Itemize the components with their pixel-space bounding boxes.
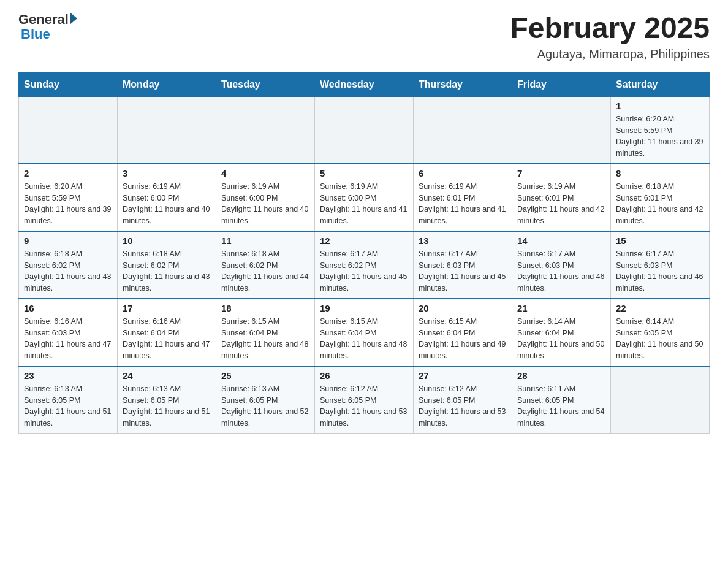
day-number: 25	[221, 370, 309, 381]
calendar-cell: 26Sunrise: 6:12 AMSunset: 6:05 PMDayligh…	[315, 366, 414, 434]
day-number: 2	[24, 168, 112, 178]
calendar-cell: 1Sunrise: 6:20 AMSunset: 5:59 PMDaylight…	[611, 96, 710, 164]
calendar-week-3: 9Sunrise: 6:18 AMSunset: 6:02 PMDaylight…	[19, 231, 710, 299]
day-number: 12	[320, 236, 408, 246]
calendar-week-4: 16Sunrise: 6:16 AMSunset: 6:03 PMDayligh…	[19, 299, 710, 366]
calendar-header-saturday: Saturday	[611, 72, 710, 96]
calendar-header-monday: Monday	[118, 72, 216, 96]
day-info: Sunrise: 6:19 AMSunset: 6:01 PMDaylight:…	[517, 181, 605, 227]
day-number: 22	[616, 303, 704, 313]
calendar-header-friday: Friday	[512, 72, 611, 96]
day-info: Sunrise: 6:19 AMSunset: 6:00 PMDaylight:…	[221, 181, 309, 227]
day-info: Sunrise: 6:18 AMSunset: 6:01 PMDaylight:…	[616, 181, 704, 227]
calendar-cell: 23Sunrise: 6:13 AMSunset: 6:05 PMDayligh…	[19, 366, 118, 434]
calendar-cell: 4Sunrise: 6:19 AMSunset: 6:00 PMDaylight…	[216, 164, 315, 231]
day-number: 28	[517, 370, 605, 381]
day-info: Sunrise: 6:17 AMSunset: 6:03 PMDaylight:…	[419, 248, 507, 294]
calendar-cell: 9Sunrise: 6:18 AMSunset: 6:02 PMDaylight…	[19, 231, 118, 299]
day-number: 21	[517, 303, 605, 313]
calendar-cell	[611, 366, 710, 434]
calendar-header-wednesday: Wednesday	[315, 72, 414, 96]
day-number: 10	[123, 236, 211, 246]
calendar-cell	[19, 96, 118, 164]
calendar-week-2: 2Sunrise: 6:20 AMSunset: 5:59 PMDaylight…	[19, 164, 710, 231]
day-number: 15	[616, 236, 704, 246]
day-number: 18	[221, 303, 309, 313]
day-info: Sunrise: 6:12 AMSunset: 6:05 PMDaylight:…	[320, 383, 408, 429]
day-number: 5	[320, 168, 408, 178]
day-info: Sunrise: 6:20 AMSunset: 5:59 PMDaylight:…	[24, 181, 112, 227]
calendar-cell: 22Sunrise: 6:14 AMSunset: 6:05 PMDayligh…	[611, 299, 710, 366]
day-info: Sunrise: 6:17 AMSunset: 6:03 PMDaylight:…	[517, 248, 605, 294]
title-block: February 2025 Agutaya, Mimaropa, Philipp…	[510, 12, 710, 61]
calendar-cell: 19Sunrise: 6:15 AMSunset: 6:04 PMDayligh…	[315, 299, 414, 366]
day-info: Sunrise: 6:16 AMSunset: 6:04 PMDaylight:…	[123, 316, 211, 362]
calendar-cell: 7Sunrise: 6:19 AMSunset: 6:01 PMDaylight…	[512, 164, 611, 231]
calendar-cell	[512, 96, 611, 164]
calendar-table: SundayMondayTuesdayWednesdayThursdayFrid…	[18, 72, 710, 434]
day-number: 3	[123, 168, 211, 178]
calendar-cell: 25Sunrise: 6:13 AMSunset: 6:05 PMDayligh…	[216, 366, 315, 434]
day-number: 1	[616, 101, 704, 111]
day-info: Sunrise: 6:19 AMSunset: 6:00 PMDaylight:…	[320, 181, 408, 227]
day-info: Sunrise: 6:13 AMSunset: 6:05 PMDaylight:…	[24, 383, 112, 429]
calendar-cell: 28Sunrise: 6:11 AMSunset: 6:05 PMDayligh…	[512, 366, 611, 434]
day-number: 20	[419, 303, 507, 313]
calendar-header-thursday: Thursday	[414, 72, 512, 96]
calendar-cell: 21Sunrise: 6:14 AMSunset: 6:04 PMDayligh…	[512, 299, 611, 366]
calendar-cell	[118, 96, 216, 164]
page-title: February 2025	[510, 12, 710, 45]
calendar-cell	[414, 96, 512, 164]
calendar-cell: 14Sunrise: 6:17 AMSunset: 6:03 PMDayligh…	[512, 231, 611, 299]
calendar-week-1: 1Sunrise: 6:20 AMSunset: 5:59 PMDaylight…	[19, 96, 710, 164]
calendar-week-5: 23Sunrise: 6:13 AMSunset: 6:05 PMDayligh…	[19, 366, 710, 434]
calendar-cell: 20Sunrise: 6:15 AMSunset: 6:04 PMDayligh…	[414, 299, 512, 366]
day-number: 14	[517, 236, 605, 246]
calendar-cell: 11Sunrise: 6:18 AMSunset: 6:02 PMDayligh…	[216, 231, 315, 299]
day-number: 24	[123, 370, 211, 381]
calendar-cell: 6Sunrise: 6:19 AMSunset: 6:01 PMDaylight…	[414, 164, 512, 231]
day-number: 13	[419, 236, 507, 246]
day-info: Sunrise: 6:19 AMSunset: 6:00 PMDaylight:…	[123, 181, 211, 227]
calendar-cell: 18Sunrise: 6:15 AMSunset: 6:04 PMDayligh…	[216, 299, 315, 366]
calendar-cell: 16Sunrise: 6:16 AMSunset: 6:03 PMDayligh…	[19, 299, 118, 366]
day-number: 8	[616, 168, 704, 178]
calendar-cell: 3Sunrise: 6:19 AMSunset: 6:00 PMDaylight…	[118, 164, 216, 231]
day-info: Sunrise: 6:17 AMSunset: 6:02 PMDaylight:…	[320, 248, 408, 294]
calendar-cell: 2Sunrise: 6:20 AMSunset: 5:59 PMDaylight…	[19, 164, 118, 231]
day-info: Sunrise: 6:15 AMSunset: 6:04 PMDaylight:…	[419, 316, 507, 362]
page-header: General Blue February 2025 Agutaya, Mima…	[18, 12, 710, 61]
calendar-header-sunday: Sunday	[19, 72, 118, 96]
day-number: 9	[24, 236, 112, 246]
calendar-cell: 27Sunrise: 6:12 AMSunset: 6:05 PMDayligh…	[414, 366, 512, 434]
day-info: Sunrise: 6:13 AMSunset: 6:05 PMDaylight:…	[221, 383, 309, 429]
calendar-cell: 12Sunrise: 6:17 AMSunset: 6:02 PMDayligh…	[315, 231, 414, 299]
day-number: 11	[221, 236, 309, 246]
day-info: Sunrise: 6:18 AMSunset: 6:02 PMDaylight:…	[221, 248, 309, 294]
day-number: 27	[419, 370, 507, 381]
day-number: 16	[24, 303, 112, 313]
day-info: Sunrise: 6:18 AMSunset: 6:02 PMDaylight:…	[24, 248, 112, 294]
day-info: Sunrise: 6:18 AMSunset: 6:02 PMDaylight:…	[123, 248, 211, 294]
day-number: 6	[419, 168, 507, 178]
logo-general: General	[18, 12, 69, 27]
day-number: 19	[320, 303, 408, 313]
calendar-cell: 10Sunrise: 6:18 AMSunset: 6:02 PMDayligh…	[118, 231, 216, 299]
day-info: Sunrise: 6:20 AMSunset: 5:59 PMDaylight:…	[616, 113, 704, 159]
day-info: Sunrise: 6:11 AMSunset: 6:05 PMDaylight:…	[517, 383, 605, 429]
logo-arrow-icon	[70, 12, 77, 25]
day-info: Sunrise: 6:13 AMSunset: 6:05 PMDaylight:…	[123, 383, 211, 429]
calendar-cell	[315, 96, 414, 164]
calendar-header-tuesday: Tuesday	[216, 72, 315, 96]
day-info: Sunrise: 6:16 AMSunset: 6:03 PMDaylight:…	[24, 316, 112, 362]
calendar-cell: 8Sunrise: 6:18 AMSunset: 6:01 PMDaylight…	[611, 164, 710, 231]
day-info: Sunrise: 6:15 AMSunset: 6:04 PMDaylight:…	[221, 316, 309, 362]
day-number: 23	[24, 370, 112, 381]
calendar-cell: 15Sunrise: 6:17 AMSunset: 6:03 PMDayligh…	[611, 231, 710, 299]
day-info: Sunrise: 6:12 AMSunset: 6:05 PMDaylight:…	[419, 383, 507, 429]
calendar-cell: 5Sunrise: 6:19 AMSunset: 6:00 PMDaylight…	[315, 164, 414, 231]
logo-blue: Blue	[21, 26, 50, 42]
day-info: Sunrise: 6:19 AMSunset: 6:01 PMDaylight:…	[419, 181, 507, 227]
day-info: Sunrise: 6:14 AMSunset: 6:05 PMDaylight:…	[616, 316, 704, 362]
calendar-header-row: SundayMondayTuesdayWednesdayThursdayFrid…	[19, 72, 710, 96]
